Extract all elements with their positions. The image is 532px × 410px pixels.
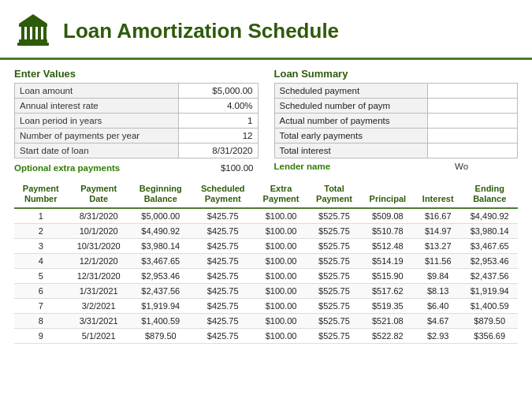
schedule-col-header: Interest [415, 181, 462, 208]
table-row: Loan period in years1 [15, 114, 259, 129]
list-item: $100.00 [255, 254, 307, 269]
list-item: $3,980.14 [461, 224, 518, 239]
list-item: 8 [14, 314, 67, 329]
list-item: $517.62 [361, 284, 415, 299]
list-item: $425.75 [192, 254, 255, 269]
row-value: 8/31/2020 [178, 144, 258, 158]
loan-summary-table: Scheduled paymentScheduled number of pay… [274, 83, 519, 158]
list-item: 7 [14, 299, 67, 314]
list-item: $6.40 [415, 299, 462, 314]
list-item: 10/31/2020 [67, 239, 129, 254]
list-item: $1,919.94 [130, 299, 192, 314]
row-label: Number of payments per year [15, 129, 179, 144]
list-item: 10/1/2020 [67, 224, 129, 239]
table-row: Actual number of payments [274, 114, 518, 129]
list-item: $100.00 [255, 314, 307, 329]
list-item: $525.75 [307, 208, 360, 224]
row-label: Start date of loan [15, 144, 179, 158]
list-item: $8.13 [415, 284, 462, 299]
page-title: Loan Amortization Schedule [63, 19, 339, 43]
schedule-col-header: PaymentNumber [14, 181, 67, 208]
list-item: $356.69 [461, 329, 518, 344]
row-value [428, 99, 518, 114]
list-item: 2 [14, 224, 67, 239]
table-row: 412/1/2020$3,467.65$425.75$100.00$525.75… [14, 254, 518, 269]
list-item: $515.90 [361, 269, 415, 284]
list-item: $4,490.92 [461, 208, 518, 224]
row-label: Total interest [274, 144, 428, 158]
list-item: 1 [14, 208, 67, 224]
main-content: Enter Values Loan amount$5,000.00Annual … [0, 60, 532, 173]
svg-rect-6 [19, 24, 47, 27]
schedule-section: PaymentNumberPaymentDateBeginningBalance… [0, 173, 532, 344]
svg-rect-3 [32, 27, 35, 39]
list-item: $425.75 [192, 299, 255, 314]
list-item: $525.75 [307, 269, 360, 284]
list-item: $5,000.00 [130, 208, 192, 224]
row-value: 4.00% [178, 99, 258, 114]
schedule-table: PaymentNumberPaymentDateBeginningBalance… [14, 181, 518, 344]
row-label: Annual interest rate [15, 99, 179, 114]
table-row: Total interest [274, 144, 518, 158]
schedule-col-header: Principal [361, 181, 415, 208]
schedule-col-header: TotalPayment [307, 181, 360, 208]
list-item: $100.00 [255, 329, 307, 344]
list-item: 12/1/2020 [67, 254, 129, 269]
table-row: 95/1/2021$879.50$425.75$100.00$525.75$52… [14, 329, 518, 344]
table-row: Total early payments [274, 129, 518, 144]
svg-marker-7 [19, 14, 47, 24]
list-item: $4,490.92 [130, 224, 192, 239]
list-item: $2,437.56 [130, 284, 192, 299]
list-item: $2,953.46 [130, 269, 192, 284]
list-item: $3,467.65 [461, 239, 518, 254]
list-item: $14.97 [415, 224, 462, 239]
list-item: $1,400.59 [461, 299, 518, 314]
schedule-col-header: EndingBalance [461, 181, 518, 208]
list-item: 3/2/2021 [67, 299, 129, 314]
list-item: 6 [14, 284, 67, 299]
list-item: $13.27 [415, 239, 462, 254]
lender-label: Lender name [274, 162, 456, 171]
row-label: Loan period in years [15, 114, 179, 129]
list-item: 3/31/2021 [67, 314, 129, 329]
list-item: $521.08 [361, 314, 415, 329]
table-row: Annual interest rate4.00% [15, 99, 259, 114]
svg-rect-2 [27, 27, 30, 39]
list-item: $425.75 [192, 208, 255, 224]
enter-values-section: Enter Values Loan amount$5,000.00Annual … [14, 68, 259, 173]
list-item: $425.75 [192, 329, 255, 344]
list-item: $16.67 [415, 208, 462, 224]
list-item: $1,400.59 [130, 314, 192, 329]
list-item: 5 [14, 269, 67, 284]
table-row: 61/31/2021$2,437.56$425.75$100.00$525.75… [14, 284, 518, 299]
list-item: 5/1/2021 [67, 329, 129, 344]
loan-summary-section: Loan Summary Scheduled paymentScheduled … [274, 68, 519, 173]
list-item: $879.50 [461, 314, 518, 329]
enter-values-table: Loan amount$5,000.00Annual interest rate… [14, 83, 259, 158]
lender-row: Lender name Wo [274, 162, 519, 171]
table-row: 310/31/2020$3,980.14$425.75$100.00$525.7… [14, 239, 518, 254]
schedule-col-header: ScheduledPayment [192, 181, 255, 208]
list-item: $425.75 [192, 284, 255, 299]
list-item: $514.19 [361, 254, 415, 269]
list-item: $100.00 [255, 239, 307, 254]
page-header: Loan Amortization Schedule [0, 0, 532, 60]
list-item: $425.75 [192, 269, 255, 284]
row-label: Total early payments [274, 129, 428, 144]
svg-rect-0 [19, 39, 47, 43]
list-item: $510.78 [361, 224, 415, 239]
svg-rect-4 [38, 27, 41, 39]
list-item: $525.75 [307, 254, 360, 269]
schedule-col-header: PaymentDate [67, 181, 129, 208]
lender-value: Wo [455, 162, 518, 171]
list-item: $425.75 [192, 239, 255, 254]
row-label: Scheduled number of paym [274, 99, 428, 114]
schedule-col-header: ExtraPayment [255, 181, 307, 208]
list-item: $525.75 [307, 314, 360, 329]
table-row: 210/1/2020$4,490.92$425.75$100.00$525.75… [14, 224, 518, 239]
list-item: $9.84 [415, 269, 462, 284]
row-value [428, 129, 518, 144]
table-row: Start date of loan8/31/2020 [15, 144, 259, 158]
table-row: 512/31/2020$2,953.46$425.75$100.00$525.7… [14, 269, 518, 284]
list-item: $509.08 [361, 208, 415, 224]
